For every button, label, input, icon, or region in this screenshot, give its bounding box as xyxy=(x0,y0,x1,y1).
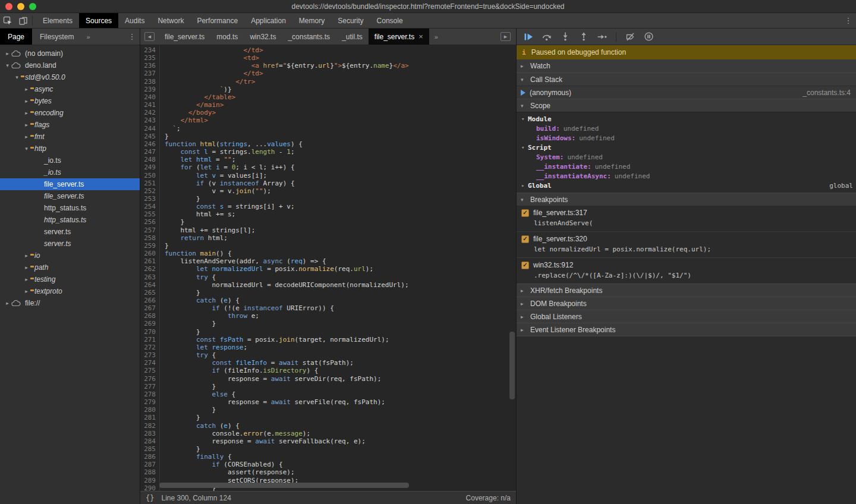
tree-item-server.ts[interactable]: server.ts xyxy=(0,226,140,238)
line-number[interactable]: 273 xyxy=(140,351,156,359)
line-number[interactable]: 278 xyxy=(140,390,156,398)
line-number[interactable]: 251 xyxy=(140,179,156,187)
line-number[interactable]: 276 xyxy=(140,375,156,383)
call-stack-frame[interactable]: (anonymous)_constants.ts:4 xyxy=(517,86,856,99)
line-number[interactable]: 274 xyxy=(140,359,156,367)
disclosure-triangle-icon[interactable]: ▸ xyxy=(23,134,30,140)
device-toolbar-icon[interactable] xyxy=(15,13,31,28)
line-number[interactable]: 254 xyxy=(140,203,156,210)
line-number[interactable]: 245 xyxy=(140,133,156,140)
disclosure-triangle-icon[interactable]: ▸ xyxy=(23,86,30,92)
line-number-gutter[interactable]: 2342352362372382392402412422432442452462… xyxy=(140,45,160,491)
close-window-button[interactable] xyxy=(5,3,12,10)
line-number[interactable]: 279 xyxy=(140,398,156,406)
line-number[interactable]: 243 xyxy=(140,116,156,124)
tab-performance[interactable]: Performance xyxy=(190,13,244,28)
tab-audits[interactable]: Audits xyxy=(118,13,151,28)
tab-console[interactable]: Console xyxy=(370,13,410,28)
step-out-icon[interactable] xyxy=(579,32,588,42)
tree-item-encoding[interactable]: ▸encoding xyxy=(0,107,140,119)
line-number[interactable]: 259 xyxy=(140,242,156,250)
editor-tab-mod.ts[interactable]: mod.ts xyxy=(210,29,244,45)
breakpoint-item[interactable]: ✓file_server.ts:317listenAndServe( xyxy=(517,206,856,231)
line-number[interactable]: 269 xyxy=(140,320,156,327)
more-options-icon[interactable]: ⋮ xyxy=(841,13,856,28)
line-number[interactable]: 288 xyxy=(140,468,156,476)
tree-item-bytes[interactable]: ▸bytes xyxy=(0,95,140,107)
line-number[interactable]: 239 xyxy=(140,86,156,93)
line-number[interactable]: 280 xyxy=(140,406,156,414)
tree-item-flags[interactable]: ▸flags xyxy=(0,119,140,131)
tree-item-textproto[interactable]: ▸textproto xyxy=(0,285,140,297)
scope-header-module[interactable]: ▾Module xyxy=(517,114,856,124)
line-number[interactable]: 242 xyxy=(140,109,156,116)
line-number[interactable]: 270 xyxy=(140,328,156,336)
editor-tab--constants.ts[interactable]: _constants.ts xyxy=(282,29,336,45)
tab-history-back-icon[interactable]: ◀ xyxy=(144,32,155,41)
line-number[interactable]: 258 xyxy=(140,234,156,242)
line-number[interactable]: 268 xyxy=(140,312,156,320)
disclosure-triangle-icon[interactable]: ▸ xyxy=(23,276,30,282)
scope-property[interactable]: __instantiate:undefined xyxy=(517,162,856,171)
breakpoint-checkbox[interactable]: ✓ xyxy=(521,209,529,217)
tab-filesystem[interactable]: Filesystem xyxy=(32,29,81,45)
disclosure-triangle-icon[interactable]: ▸ xyxy=(23,122,30,128)
minimize-window-button[interactable] xyxy=(17,3,24,10)
tree-item--io.ts[interactable]: _io.ts xyxy=(0,155,140,166)
line-number[interactable]: 236 xyxy=(140,62,156,70)
line-number[interactable]: 262 xyxy=(140,265,156,273)
tree-item-file-[interactable]: ▸file:// xyxy=(0,297,140,309)
line-number[interactable]: 284 xyxy=(140,437,156,445)
tree-item-http-status.ts[interactable]: http_status.ts xyxy=(0,202,140,214)
line-number[interactable]: 261 xyxy=(140,257,156,265)
line-number[interactable]: 277 xyxy=(140,383,156,390)
resume-script-icon[interactable] xyxy=(524,32,533,42)
tab-application[interactable]: Application xyxy=(244,13,292,28)
line-number[interactable]: 241 xyxy=(140,101,156,109)
tree-item-deno.land[interactable]: ▾deno.land xyxy=(0,59,140,71)
disclosure-triangle-icon[interactable]: ▾ xyxy=(23,146,30,152)
line-number[interactable]: 272 xyxy=(140,344,156,351)
line-number[interactable]: 256 xyxy=(140,218,156,226)
deactivate-breakpoints-icon[interactable] xyxy=(625,32,635,42)
tab-elements[interactable]: Elements xyxy=(36,13,79,28)
step-into-icon[interactable] xyxy=(561,32,570,42)
line-number[interactable]: 238 xyxy=(140,78,156,86)
line-number[interactable]: 235 xyxy=(140,54,156,62)
scope-property[interactable]: System:undefined xyxy=(517,152,856,162)
breakpoint-checkbox[interactable]: ✓ xyxy=(521,235,529,243)
close-tab-icon[interactable]: × xyxy=(418,33,423,40)
line-number[interactable]: 255 xyxy=(140,210,156,218)
tree-item-fmt[interactable]: ▸fmt xyxy=(0,131,140,143)
tab-page[interactable]: Page xyxy=(0,29,32,45)
section-xhr-fetch-breakpoints[interactable]: ▸XHR/fetch Breakpoints xyxy=(517,284,856,297)
tree-item-file-server.ts[interactable]: file_server.ts xyxy=(0,178,140,190)
disclosure-triangle-icon[interactable]: ▸ xyxy=(23,98,30,104)
line-number[interactable]: 250 xyxy=(140,172,156,179)
step-over-icon[interactable] xyxy=(542,32,552,42)
frame-location-link[interactable]: _constants.ts:4 xyxy=(802,89,851,97)
line-number[interactable]: 266 xyxy=(140,297,156,304)
line-number[interactable]: 282 xyxy=(140,422,156,430)
disclosure-triangle-icon[interactable]: ▸ xyxy=(23,288,30,294)
tree-item-path[interactable]: ▸path xyxy=(0,262,140,273)
line-number[interactable]: 237 xyxy=(140,70,156,77)
section-breakpoints[interactable]: ▾ Breakpoints xyxy=(517,193,856,206)
disclosure-triangle-icon[interactable]: ▾ xyxy=(13,74,21,80)
section-event-listener-breakpoints[interactable]: ▸Event Listener Breakpoints xyxy=(517,323,856,336)
line-number[interactable]: 253 xyxy=(140,195,156,203)
line-number[interactable]: 271 xyxy=(140,336,156,344)
breakpoint-item[interactable]: ✓win32.ts:912.replace(/^\/*([A-Za-z]:)(\… xyxy=(517,257,856,284)
tab-memory[interactable]: Memory xyxy=(292,13,331,28)
tree-item-async[interactable]: ▸async xyxy=(0,83,140,95)
navigator-more-options-icon[interactable]: ⋮ xyxy=(124,32,140,41)
section-dom-breakpoints[interactable]: ▸DOM Breakpoints xyxy=(517,297,856,310)
navigator-tab-overflow-icon[interactable]: » xyxy=(81,33,95,40)
line-number[interactable]: 244 xyxy=(140,125,156,133)
tree-item-testing[interactable]: ▸testing xyxy=(0,273,140,285)
pretty-print-icon[interactable]: {} xyxy=(146,494,154,502)
line-number[interactable]: 267 xyxy=(140,304,156,312)
disclosure-triangle-icon[interactable]: ▸ xyxy=(4,300,11,306)
line-number[interactable]: 240 xyxy=(140,93,156,101)
section-call-stack[interactable]: ▾ Call Stack xyxy=(517,73,856,86)
